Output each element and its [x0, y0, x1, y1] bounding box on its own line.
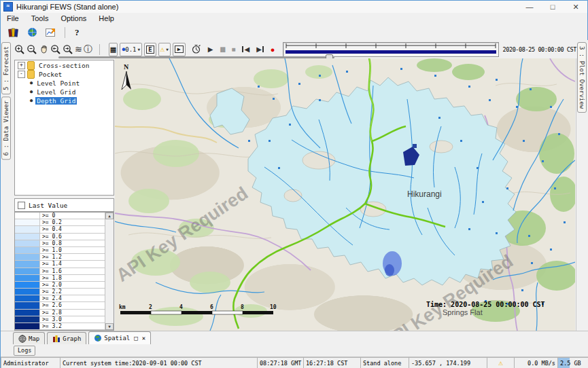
legend-label: >= 2.0 — [40, 282, 114, 288]
legend-row[interactable]: >= 2.4 — [15, 295, 114, 302]
tab-data-viewer[interactable]: 6 : Data Viewer — [1, 96, 11, 160]
tree-label[interactable]: Level Point — [35, 79, 81, 87]
legend-label: >= 1.6 — [40, 268, 114, 274]
legend-row[interactable]: >= 3.0 — [15, 316, 114, 323]
menu-file[interactable]: File — [1, 13, 25, 24]
layers-icon[interactable]: ≋ — [75, 43, 82, 56]
tree-item-pocket[interactable]: - Pocket — [15, 70, 114, 78]
chart-shortcut-icon[interactable] — [44, 26, 58, 38]
legend-label: >= 1.2 — [40, 254, 114, 260]
tab-forecast[interactable]: 5 : Forecast — [1, 42, 11, 94]
map-canvas[interactable]: API Key Required API Key Required N Hiku… — [115, 58, 575, 331]
tab-map[interactable]: Map — [13, 332, 45, 344]
legend-row[interactable]: >= 0.8 — [15, 240, 114, 247]
legend-row[interactable]: >= 2.6 — [15, 302, 114, 309]
step-back-button[interactable]: ◀ — [242, 45, 249, 53]
step-forward-button[interactable]: ▶ — [256, 45, 264, 53]
legend-row[interactable]: >= 1.0 — [15, 247, 114, 254]
legend-row[interactable]: >= 2.0 — [15, 282, 114, 289]
legend-row[interactable]: >= 0.4 — [15, 226, 114, 233]
folder-icon — [27, 61, 35, 70]
status-warning-cell[interactable]: ⚠ — [487, 357, 515, 368]
last-value-checkbox[interactable] — [18, 202, 25, 209]
timeline-slider[interactable] — [283, 42, 499, 57]
logs-row: Logs — [1, 344, 588, 356]
tree-item-cross-section[interactable]: + Cross-section — [15, 61, 114, 69]
left-tab-strip: 5 : Forecast 6 : Data Viewer — [1, 40, 14, 331]
minimize-button[interactable]: — — [518, 1, 541, 13]
tab-maximize-icon[interactable]: □ — [134, 335, 137, 342]
zoom-previous-icon[interactable] — [50, 43, 61, 56]
status-gmt-time: 08:27:18 GMT — [258, 357, 304, 368]
scale-tick: 4 — [179, 304, 183, 310]
leaf-bullet-icon: ● — [30, 98, 33, 103]
legend-scrollbar[interactable]: ▲ ▼ — [105, 213, 114, 330]
tab-spatial-label: Spatial — [104, 335, 130, 342]
tree-label-selected[interactable]: Depth Grid — [35, 97, 77, 105]
help-button[interactable]: ? — [75, 27, 80, 38]
legend-row[interactable]: >= 2.2 — [15, 289, 114, 295]
zoom-next-icon[interactable] — [63, 43, 73, 56]
tab-plot-overview[interactable]: 3 : Plot Overview — [577, 42, 587, 113]
expand-icon[interactable]: + — [18, 62, 25, 69]
step-back-icon: ◀ — [244, 45, 249, 53]
tree-item-level-grid[interactable]: ● Level Grid — [15, 88, 114, 96]
grid-layer-button[interactable]: ▦ — [109, 43, 118, 56]
tree-item-depth-grid[interactable]: ● Depth Grid — [15, 96, 114, 105]
legend-toggle-button[interactable]: E — [144, 43, 156, 56]
title-bar: ≈ Hikurangi FEWS (Stand alone) — □ ✕ — [1, 1, 587, 14]
tab-graph[interactable]: Graph — [47, 332, 86, 344]
record-button[interactable]: ● — [271, 45, 275, 54]
legend-row[interactable]: >= 3.2 — [15, 323, 114, 330]
legend-row[interactable]: >= 1.4 — [15, 261, 114, 268]
database-bars-icon[interactable] — [6, 26, 20, 38]
play-button[interactable]: ▶ — [208, 45, 213, 53]
status-system-time: Current system time:2020-09-01 00:00 CST — [60, 357, 258, 368]
status-user: Administrator — [1, 357, 60, 368]
pause-button[interactable]: ▮▮ — [220, 45, 224, 53]
legend-swatch — [15, 310, 40, 316]
legend-row[interactable]: >= 0 — [15, 213, 114, 219]
tree-label[interactable]: Pocket — [37, 71, 63, 78]
legend-swatch — [15, 213, 40, 219]
legend-row[interactable]: >= 2.8 — [15, 310, 114, 316]
zoom-in-icon[interactable] — [14, 43, 25, 56]
legend-label: >= 2.2 — [40, 289, 114, 295]
zoom-out-icon[interactable] — [27, 43, 37, 56]
scroll-down-icon[interactable]: ▼ — [105, 323, 114, 330]
animation-window-button[interactable]: ▶ — [173, 43, 186, 56]
close-button[interactable]: ✕ — [564, 1, 587, 13]
stop-button[interactable]: ■ — [231, 45, 235, 53]
north-arrow-icon — [126, 71, 131, 90]
info-icon[interactable]: ⓘ — [84, 43, 92, 56]
scale-unit: km — [119, 304, 126, 310]
tree-label[interactable]: Level Grid — [35, 88, 77, 96]
movie-play-icon: ▶ — [175, 45, 184, 53]
maximize-button[interactable]: □ — [541, 1, 564, 13]
tab-spatial[interactable]: Spatial □ ✕ — [88, 331, 151, 344]
legend-label: >= 0.8 — [40, 240, 114, 246]
tab-close-icon[interactable]: ✕ — [142, 335, 145, 342]
animation-settings-icon[interactable] — [191, 43, 201, 56]
warning-dropdown-button[interactable]: ⚠ ▼ — [158, 43, 171, 56]
legend-row[interactable]: >= 0.2 — [15, 219, 114, 226]
menu-options[interactable]: Options — [54, 13, 92, 24]
menu-help[interactable]: Help — [92, 13, 120, 24]
legend-header: Last Value — [14, 198, 114, 212]
scroll-up-icon[interactable]: ▲ — [105, 213, 114, 219]
contour-interval-dropdown[interactable]: ● 0.1 ▼ — [120, 43, 142, 56]
legend-row[interactable]: >= 1.6 — [15, 268, 114, 275]
legend-row[interactable]: >= 1.2 — [15, 254, 114, 261]
tree-item-level-point[interactable]: ● Level Point — [15, 79, 114, 87]
legend-row[interactable]: >= 1.8 — [15, 275, 114, 282]
logs-button[interactable]: Logs — [14, 346, 35, 356]
pan-hand-icon[interactable] — [39, 43, 49, 56]
tree-label[interactable]: Cross-section — [37, 62, 90, 69]
tab-graph-label: Graph — [63, 335, 81, 342]
collapse-icon[interactable]: - — [18, 71, 25, 78]
legend-label: >= 3.2 — [40, 323, 114, 329]
legend-row[interactable]: >= 0.6 — [15, 234, 114, 240]
warning-icon: ⚠ — [160, 45, 165, 54]
menu-tools[interactable]: Tools — [25, 13, 55, 24]
globe-explorer-icon[interactable] — [25, 26, 39, 38]
